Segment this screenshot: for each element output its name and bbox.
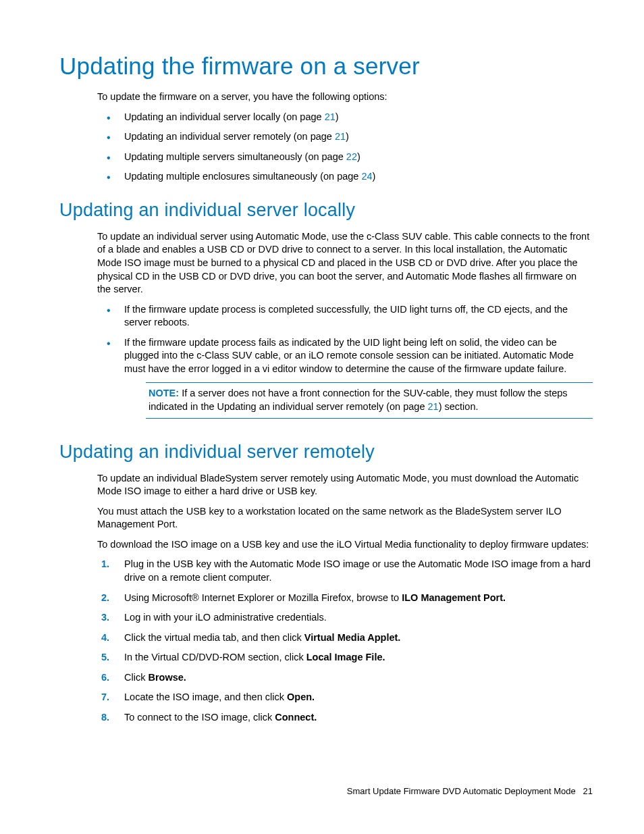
section-locally-body: To update an individual server using Aut… bbox=[97, 230, 593, 419]
paragraph: To update an individual BladeSystem serv… bbox=[97, 472, 593, 498]
page-link[interactable]: 22 bbox=[346, 151, 357, 162]
step-item: To connect to the ISO image, click Conne… bbox=[97, 711, 593, 725]
step-item: In the Virtual CD/DVD-ROM section, click… bbox=[97, 651, 593, 664]
page-link[interactable]: 21 bbox=[335, 131, 346, 142]
step-item: Using Microsoft® Internet Explorer or Mo… bbox=[97, 592, 593, 605]
page-link[interactable]: 24 bbox=[361, 171, 372, 182]
bold-term: Browse. bbox=[148, 672, 186, 683]
list-item: Updating multiple servers simultaneously… bbox=[97, 151, 593, 164]
step-item: Locate the ISO image, and then click Ope… bbox=[97, 691, 593, 704]
list-item: Updating an individual server remotely (… bbox=[97, 130, 593, 144]
section-heading-locally: Updating an individual server locally bbox=[59, 200, 593, 221]
list-item: If the firmware update process fails as … bbox=[97, 336, 593, 376]
steps-list: Plug in the USB key with the Automatic M… bbox=[97, 558, 593, 724]
note-box: NOTE: If a server does not have a front … bbox=[146, 382, 593, 418]
note-text-tail: ) section. bbox=[439, 401, 479, 412]
paragraph: You must attach the USB key to a worksta… bbox=[97, 505, 593, 531]
footer-page-number: 21 bbox=[583, 786, 593, 796]
locally-bullets: If the firmware update process is comple… bbox=[97, 303, 593, 376]
note-text: If a server does not have a front connec… bbox=[149, 388, 568, 412]
intro-bullets: Updating an individual server locally (o… bbox=[97, 111, 593, 184]
list-item: If the firmware update process is comple… bbox=[97, 303, 593, 330]
intro-block: To update the firmware on a server, you … bbox=[97, 90, 593, 184]
section-heading-remotely: Updating an individual server remotely bbox=[59, 442, 593, 463]
intro-text: To update the firmware on a server, you … bbox=[97, 90, 593, 104]
document-page: Updating the firmware on a server To upd… bbox=[0, 0, 644, 724]
paragraph: To download the ISO image on a USB key a… bbox=[97, 538, 593, 552]
bold-term: Open. bbox=[287, 692, 315, 702]
section-remotely-body: To update an individual BladeSystem serv… bbox=[97, 472, 593, 725]
page-footer: Smart Update Firmware DVD Automatic Depl… bbox=[347, 786, 593, 796]
list-item: Updating multiple enclosures simultaneou… bbox=[97, 170, 593, 184]
bold-term: ILO Management Port. bbox=[402, 592, 506, 603]
page-link[interactable]: 21 bbox=[428, 401, 439, 412]
footer-text: Smart Update Firmware DVD Automatic Depl… bbox=[347, 786, 576, 796]
note-label: NOTE: bbox=[149, 388, 179, 398]
step-item: Click Browse. bbox=[97, 671, 593, 685]
bold-term: Connect. bbox=[275, 712, 317, 723]
page-title: Updating the firmware on a server bbox=[59, 53, 593, 80]
page-link[interactable]: 21 bbox=[325, 111, 336, 122]
list-item: Updating an individual server locally (o… bbox=[97, 111, 593, 124]
bold-term: Local Image File. bbox=[306, 652, 385, 662]
step-item: Plug in the USB key with the Automatic M… bbox=[97, 558, 593, 584]
step-item: Click the virtual media tab, and then cl… bbox=[97, 631, 593, 645]
bold-term: Virtual Media Applet. bbox=[304, 632, 401, 643]
paragraph: To update an individual server using Aut… bbox=[97, 230, 593, 296]
step-item: Log in with your iLO administrative cred… bbox=[97, 611, 593, 625]
